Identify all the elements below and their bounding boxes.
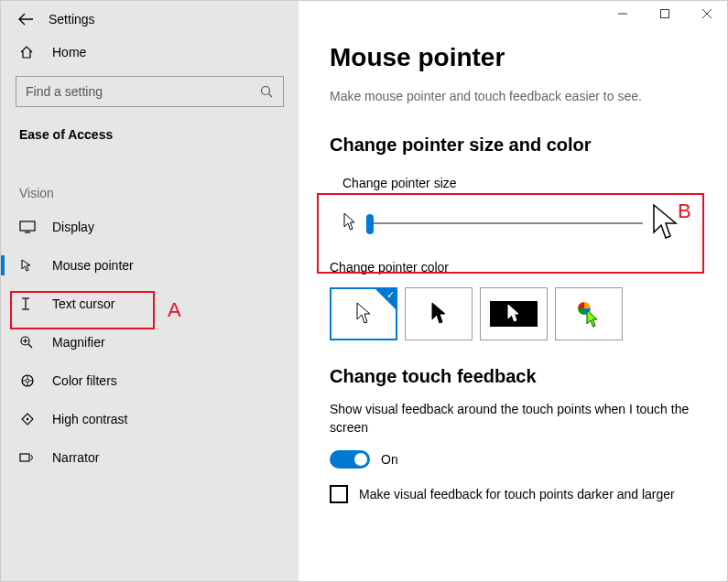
- color-filters-icon: [19, 373, 39, 388]
- sidebar: Settings Home Find a setting Ease of Acc…: [1, 1, 299, 581]
- svg-rect-1: [661, 10, 669, 18]
- nav-item-text-cursor[interactable]: Text cursor: [1, 285, 299, 323]
- search-input[interactable]: Find a setting: [16, 76, 284, 107]
- text-cursor-icon: [19, 296, 39, 311]
- nav-item-label: High contrast: [52, 412, 127, 426]
- toggle-knob: [354, 453, 367, 466]
- check-icon: [375, 289, 396, 309]
- narrator-icon: [19, 451, 39, 464]
- nav-item-label: Color filters: [52, 373, 117, 388]
- nav-item-label: Display: [52, 220, 94, 234]
- page-title: Mouse pointer: [330, 43, 696, 72]
- toggle-state-label: On: [381, 452, 398, 467]
- magnifier-icon: [19, 335, 39, 350]
- home-label: Home: [52, 45, 86, 59]
- svg-point-21: [27, 418, 29, 421]
- pointer-color-black[interactable]: [405, 287, 473, 340]
- nav-item-mouse-pointer[interactable]: Mouse pointer: [1, 246, 299, 285]
- pointer-size-group: Change pointer size: [330, 165, 696, 254]
- nav-item-label: Mouse pointer: [52, 258, 134, 273]
- svg-point-4: [262, 87, 270, 95]
- nav-item-label: Magnifier: [52, 335, 105, 350]
- close-button[interactable]: [686, 0, 728, 27]
- minimize-button[interactable]: [602, 0, 644, 27]
- touch-heading: Change touch feedback: [330, 366, 696, 387]
- pointer-color-custom[interactable]: [555, 287, 623, 340]
- nav-item-high-contrast[interactable]: High contrast: [1, 400, 299, 438]
- cursor-large-icon: [650, 203, 683, 243]
- svg-line-5: [269, 94, 273, 98]
- svg-line-12: [28, 344, 32, 348]
- search-icon: [259, 84, 274, 99]
- back-button[interactable]: [17, 13, 34, 26]
- nav-item-narrator[interactable]: Narrator: [1, 438, 299, 477]
- darker-larger-checkbox[interactable]: [330, 485, 348, 503]
- svg-rect-6: [20, 221, 35, 231]
- pointer-color-label: Change pointer color: [330, 260, 696, 275]
- checkbox-label: Make visual feedback for touch points da…: [359, 487, 675, 501]
- page-subtitle: Make mouse pointer and touch feedback ea…: [330, 89, 696, 103]
- svg-point-16: [26, 379, 29, 383]
- nav-item-display[interactable]: Display: [1, 208, 299, 246]
- nav-item-label: Narrator: [52, 450, 99, 465]
- nav-home[interactable]: Home: [1, 34, 299, 70]
- pointer-size-slider[interactable]: [366, 222, 643, 224]
- size-color-heading: Change pointer size and color: [330, 135, 696, 156]
- home-icon: [19, 45, 39, 59]
- main-content: Mouse pointer Make mouse pointer and tou…: [299, 1, 727, 581]
- app-title: Settings: [49, 12, 95, 27]
- nav-item-label: Text cursor: [52, 296, 114, 311]
- pointer-color-white[interactable]: [330, 287, 397, 340]
- maximize-button[interactable]: [644, 0, 686, 27]
- pointer-size-label: Change pointer size: [342, 176, 683, 190]
- nav-item-magnifier[interactable]: Magnifier: [1, 323, 299, 361]
- nav-item-color-filters[interactable]: Color filters: [1, 361, 299, 400]
- cursor-small-icon: [342, 212, 359, 234]
- slider-thumb[interactable]: [366, 214, 374, 234]
- group-label: Vision: [1, 160, 299, 208]
- touch-feedback-toggle[interactable]: [330, 450, 370, 469]
- pointer-color-inverted[interactable]: [480, 287, 548, 340]
- search-placeholder: Find a setting: [26, 84, 103, 99]
- svg-rect-22: [20, 454, 29, 461]
- touch-description: Show visual feedback around the touch po…: [330, 400, 696, 437]
- mouse-pointer-icon: [19, 258, 39, 273]
- high-contrast-icon: [19, 412, 39, 426]
- section-label: Ease of Access: [1, 124, 299, 160]
- display-icon: [19, 221, 39, 233]
